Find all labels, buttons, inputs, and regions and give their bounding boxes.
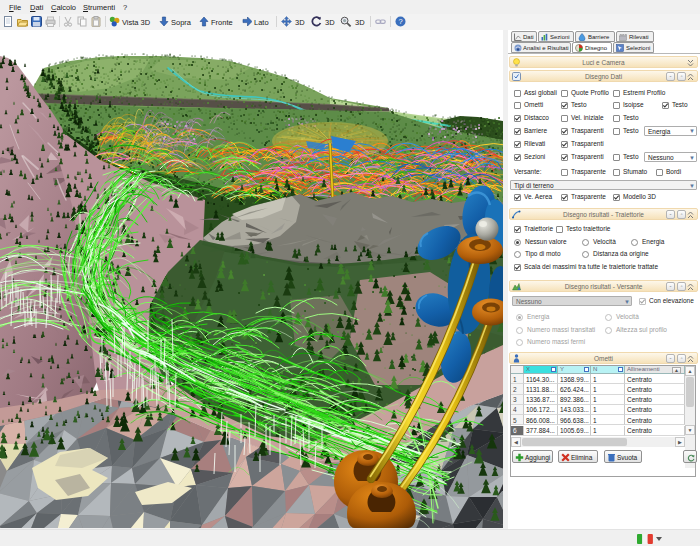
svg-text:?: ? [398,17,402,26]
